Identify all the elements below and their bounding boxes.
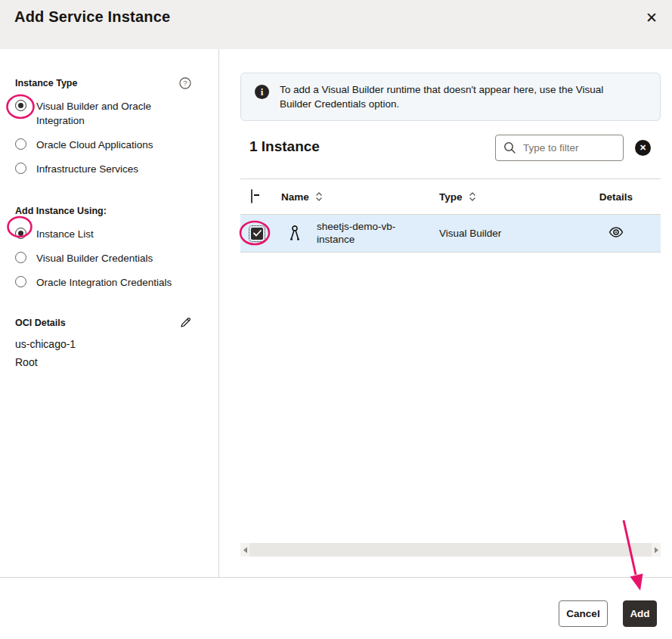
table-header-row: Name Type Details xyxy=(240,178,661,215)
info-banner-text: To add a Visual Builder runtime that doe… xyxy=(280,82,635,111)
radio-visual-builder-credentials[interactable]: Visual Builder Credentials xyxy=(15,251,191,265)
row-checkbox[interactable] xyxy=(251,228,263,240)
dialog-footer: Cancel Add xyxy=(0,577,672,639)
instance-type-label: Instance Type xyxy=(15,78,77,88)
radio-instance-list[interactable]: Instance List xyxy=(15,227,191,241)
radio-icon[interactable] xyxy=(15,163,26,174)
horizontal-scrollbar[interactable] xyxy=(240,543,661,557)
column-header-details: Details xyxy=(571,191,661,203)
svg-text:?: ? xyxy=(183,79,187,87)
select-all-checkbox[interactable] xyxy=(251,189,252,203)
dialog-title: Add Service Instance xyxy=(14,8,170,26)
details-eye-icon[interactable] xyxy=(609,226,624,238)
scrollbar-thumb[interactable] xyxy=(249,543,652,557)
radio-oracle-integration-credentials[interactable]: Oracle Integration Credentials xyxy=(15,275,191,290)
help-icon[interactable]: ? xyxy=(179,77,191,89)
dialog-header: Add Service Instance ✕ xyxy=(0,0,672,49)
sort-name-icon[interactable] xyxy=(315,191,323,202)
instance-type: Visual Builder xyxy=(439,228,571,239)
oci-compartment: Root xyxy=(15,353,191,371)
add-instance-using-label: Add Instance Using: xyxy=(15,206,107,216)
radio-infrastructure-services[interactable]: Infrastructure Services xyxy=(15,162,191,176)
column-header-type: Type xyxy=(439,191,463,203)
instances-table: Name Type Details xyxy=(240,178,661,253)
filter-input[interactable] xyxy=(523,142,606,154)
scroll-right-icon[interactable] xyxy=(652,543,661,557)
oci-region: us-chicago-1 xyxy=(15,335,191,353)
radio-icon[interactable] xyxy=(15,228,26,239)
clear-filter-icon[interactable]: ✕ xyxy=(635,140,651,156)
instance-name: sheetjs-demo-vb-instance xyxy=(317,221,417,246)
close-icon[interactable]: ✕ xyxy=(642,8,661,28)
radio-oracle-cloud-applications[interactable]: Oracle Cloud Applications xyxy=(15,138,191,152)
filter-field[interactable] xyxy=(495,135,624,161)
visual-builder-compass-icon xyxy=(289,224,301,244)
radio-visual-builder-and-oracle-integration[interactable]: Visual Builder and Oracle Integration xyxy=(15,99,191,128)
dialog-sidebar: Instance Type ? Visual Builder and Oracl… xyxy=(0,49,219,577)
add-service-instance-dialog: Add Service Instance ✕ Instance Type ? V… xyxy=(0,0,672,639)
table-row[interactable]: sheetjs-demo-vb-instance Visual Builder xyxy=(240,215,661,253)
info-icon: i xyxy=(255,85,269,99)
radio-icon[interactable] xyxy=(15,138,26,150)
column-header-name: Name xyxy=(281,191,309,203)
cancel-button[interactable]: Cancel xyxy=(559,600,608,627)
edit-pencil-icon[interactable] xyxy=(180,317,191,328)
sort-type-icon[interactable] xyxy=(469,191,476,202)
radio-icon[interactable] xyxy=(15,100,26,111)
add-button[interactable]: Add xyxy=(623,600,657,627)
info-banner: i To add a Visual Builder runtime that d… xyxy=(240,73,661,121)
scroll-left-icon[interactable] xyxy=(240,543,249,557)
oci-details-label: OCI Details xyxy=(15,318,66,328)
search-icon xyxy=(503,141,516,154)
instance-count-heading: 1 Instance xyxy=(249,138,320,155)
dialog-main-panel: i To add a Visual Builder runtime that d… xyxy=(219,49,672,577)
radio-icon[interactable] xyxy=(15,276,26,287)
radio-icon[interactable] xyxy=(15,252,26,263)
